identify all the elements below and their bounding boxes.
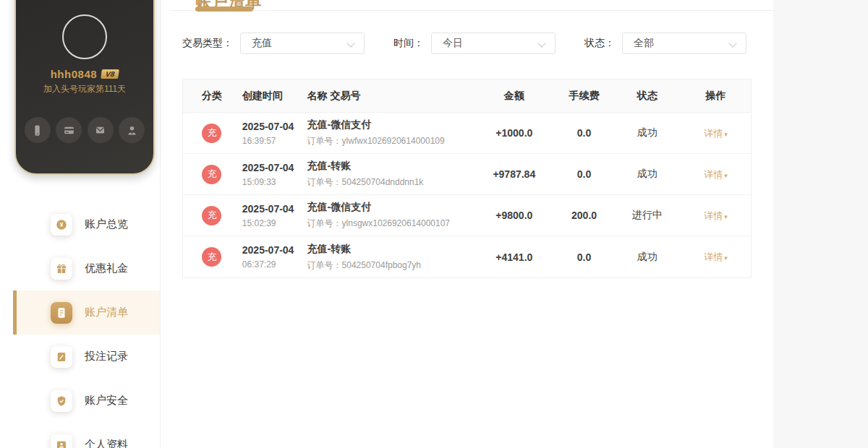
column-header-category: 分类 <box>183 90 241 103</box>
status-cell: 成功 <box>613 126 681 139</box>
fee-cell: 0.0 <box>555 127 614 139</box>
username: hhh0848 <box>51 68 97 80</box>
quick-action-mail[interactable] <box>88 117 114 143</box>
transaction-name: 充值-微信支付 <box>307 201 472 214</box>
filter-label-status: 状态： <box>584 37 615 50</box>
created-date: 2025-07-04 <box>242 203 305 215</box>
details-link-label: 详情 <box>704 210 723 221</box>
name-order-cell: 充值-微信支付订单号：ylnsgwx1026920614000107 <box>306 201 474 230</box>
created-time-cell: 2025-07-0415:09:33 <box>241 162 306 187</box>
sidebar: hhh0848 V8 加入头号玩家第111天 ¥账户总览优惠礼金账户清单投注记录… <box>0 0 161 448</box>
details-link[interactable]: 详情▾ <box>704 210 728 221</box>
quick-actions-row <box>16 117 153 143</box>
created-date: 2025-07-04 <box>242 121 305 132</box>
created-clock: 15:09:33 <box>242 177 305 187</box>
filter-value-transaction-type: 充值 <box>252 37 272 50</box>
column-header-created-time: 创建时间 <box>241 90 306 103</box>
details-link[interactable]: 详情▾ <box>704 128 728 139</box>
transaction-name: 充值-转账 <box>307 160 472 173</box>
caret-down-icon: ▾ <box>724 254 728 262</box>
sidebar-item-betting-records[interactable]: 投注记录 <box>13 335 160 379</box>
status-cell: 成功 <box>613 251 681 264</box>
details-link-label: 详情 <box>704 251 723 262</box>
title-underline <box>195 7 253 12</box>
table-row: 充2025-07-0415:09:33充值-转账订单号：504250704dnd… <box>183 154 751 195</box>
caret-down-icon: ▾ <box>724 172 728 179</box>
table-row: 充2025-07-0416:39:57充值-微信支付订单号：ylwfwx1026… <box>183 113 751 154</box>
quick-action-mobile[interactable] <box>25 117 51 143</box>
name-order-cell: 充值-转账订单号：504250704fpbog7yh <box>306 243 474 272</box>
background-filler <box>773 0 868 448</box>
amount-cell: +9800.0 <box>474 210 555 221</box>
document-icon <box>51 302 72 324</box>
action-cell: 详情▾ <box>681 250 751 264</box>
sidebar-item-personal-profile[interactable]: 个人资料 <box>13 423 160 448</box>
details-link-label: 详情 <box>704 169 723 180</box>
column-header-amount: 金额 <box>474 90 555 103</box>
category-badge: 充 <box>202 206 221 225</box>
id-card-icon <box>51 434 72 448</box>
name-order-cell: 充值-微信支付订单号：ylwfwx1026920614000109 <box>306 119 474 147</box>
envelope-icon <box>93 124 107 137</box>
sidebar-item-label: 账户总览 <box>85 217 128 231</box>
table-row: 充2025-07-0415:02:39充值-微信支付订单号：ylnsgwx102… <box>183 195 751 236</box>
quick-action-bank-card[interactable] <box>56 117 82 143</box>
fee-cell: 0.0 <box>555 251 614 263</box>
details-link[interactable]: 详情▾ <box>704 251 728 262</box>
table-header-row: 分类创建时间名称 交易号金额手续费状态操作 <box>183 79 751 113</box>
order-number: 订单号：504250704dnddnn1k <box>307 176 472 189</box>
filter-select-time[interactable]: 今日 <box>431 33 556 54</box>
amount-cell: +1000.0 <box>474 127 555 139</box>
profile-card: hhh0848 V8 加入头号玩家第111天 <box>14 0 155 175</box>
amount-cell: +4141.0 <box>474 251 555 263</box>
transactions-table: 分类创建时间名称 交易号金额手续费状态操作 充2025-07-0416:39:5… <box>182 79 752 278</box>
caret-down-icon: ▾ <box>724 131 728 138</box>
chevron-down-icon <box>537 39 545 47</box>
category-badge: 充 <box>202 124 221 143</box>
quick-action-contacts[interactable] <box>119 117 145 143</box>
details-link-label: 详情 <box>704 128 723 139</box>
transaction-name: 充值-转账 <box>307 243 472 256</box>
fee-cell: 200.0 <box>555 210 614 221</box>
person-icon <box>125 124 139 137</box>
fee-cell: 0.0 <box>555 168 614 180</box>
sidebar-item-account-security[interactable]: 账户安全 <box>13 379 160 423</box>
filter-status: 状态：全部 <box>584 33 746 54</box>
transaction-name: 充值-微信支付 <box>307 119 472 132</box>
pencil-note-icon <box>51 346 72 368</box>
category-cell: 充 <box>183 124 241 143</box>
shield-icon <box>51 390 72 412</box>
created-clock: 06:37:29 <box>242 259 305 270</box>
sidebar-item-label: 账户安全 <box>85 394 128 408</box>
category-cell: 充 <box>183 247 241 267</box>
join-days-text: 加入头号玩家第111天 <box>43 83 126 95</box>
svg-text:¥: ¥ <box>60 222 64 228</box>
sidebar-item-account-statement[interactable]: 账户清单 <box>13 290 160 335</box>
filter-select-transaction-type[interactable]: 充值 <box>240 33 365 54</box>
filter-label-transaction-type: 交易类型： <box>182 37 233 50</box>
sidebar-item-promotions[interactable]: 优惠礼金 <box>13 246 160 290</box>
gift-icon <box>51 258 72 280</box>
column-header-action: 操作 <box>681 90 751 103</box>
sidebar-item-label: 优惠礼金 <box>85 262 128 275</box>
created-time-cell: 2025-07-0415:02:39 <box>241 203 306 228</box>
column-header-status: 状态 <box>613 90 681 103</box>
created-date: 2025-07-04 <box>242 244 305 256</box>
category-badge: 充 <box>202 165 221 184</box>
created-clock: 15:02:39 <box>242 218 305 228</box>
vip-level-badge: V8 <box>101 69 119 79</box>
sidebar-item-account-overview[interactable]: ¥账户总览 <box>13 202 160 246</box>
action-cell: 详情▾ <box>681 168 751 181</box>
category-badge: 充 <box>202 247 221 267</box>
order-number: 订单号：ylnsgwx1026920614000107 <box>307 217 472 230</box>
filter-value-status: 全部 <box>634 37 654 50</box>
filter-select-status[interactable]: 全部 <box>622 33 746 54</box>
yen-circle-icon: ¥ <box>51 214 72 236</box>
page-title: 账户清单 <box>195 0 773 13</box>
table-body: 充2025-07-0416:39:57充值-微信支付订单号：ylwfwx1026… <box>183 113 751 277</box>
caret-down-icon: ▾ <box>724 213 728 220</box>
bank-card-icon <box>62 124 76 137</box>
details-link[interactable]: 详情▾ <box>704 169 728 180</box>
filter-transaction-type: 交易类型：充值 <box>182 33 365 54</box>
category-cell: 充 <box>183 165 241 184</box>
